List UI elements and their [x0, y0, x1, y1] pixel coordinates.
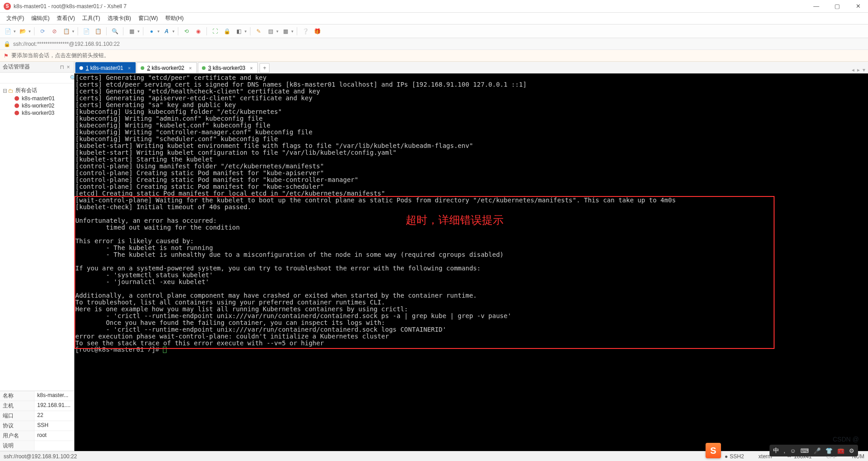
maximize-button[interactable]: ▢ — [831, 3, 843, 10]
highlight-icon[interactable]: ✎ — [254, 26, 264, 36]
panel-search: 🔍 — [0, 73, 74, 83]
prompt-text: [root@k8s-master01 /]# — [75, 346, 163, 353]
tab-num: 1 — [86, 65, 89, 71]
prop-row: 名称k8s-master... — [0, 391, 74, 401]
cursor — [163, 347, 167, 353]
menu-bar: 文件(F) 编辑(E) 查看(V) 工具(T) 选项卡(B) 窗口(W) 帮助(… — [0, 13, 868, 25]
separator — [34, 27, 34, 35]
tab-num: 2 — [147, 65, 150, 71]
menu-file[interactable]: 文件(F) — [4, 14, 27, 23]
status-dot-icon — [202, 66, 206, 70]
prop-val: k8s-master... — [34, 391, 74, 401]
lock-icon[interactable]: 🔒 — [222, 26, 232, 36]
ime-voice-icon[interactable]: 🎤 — [814, 447, 821, 454]
center-column: 1 k8s-master01 × 2 k8s-worker02 × 3 k8s-… — [74, 62, 868, 451]
tree-item[interactable]: k8s-master01 — [2, 95, 72, 102]
tab-close-icon[interactable]: × — [189, 65, 191, 71]
prop-row: 主机192.168.91.... — [0, 401, 74, 411]
menu-tools[interactable]: 工具(T) — [79, 14, 103, 23]
tab-session-1[interactable]: 1 k8s-master01 × — [75, 62, 136, 73]
separator — [143, 27, 143, 35]
compose-icon[interactable]: ▤ — [265, 26, 275, 36]
panel-close-icon[interactable]: × — [65, 64, 71, 70]
xagent-icon[interactable]: ⟲ — [181, 26, 191, 36]
properties-icon[interactable]: 📋 — [61, 26, 71, 36]
prop-key: 说明 — [0, 441, 34, 451]
tab-close-icon[interactable]: × — [128, 65, 131, 71]
xftp-icon[interactable]: ◉ — [193, 26, 203, 36]
app-icon: S — [4, 3, 11, 10]
separator — [106, 27, 107, 35]
search-input[interactable] — [2, 75, 70, 81]
tree-root[interactable]: ⊟ 🗀 所有会话 — [2, 86, 72, 95]
search-icon[interactable]: 🔍 — [110, 26, 120, 36]
separator — [297, 27, 297, 35]
tab-nav: ◂ ▸ ▾ — [852, 67, 868, 73]
menu-help[interactable]: 帮助(H) — [162, 14, 186, 23]
ime-keyboard-icon[interactable]: ⌨ — [800, 447, 809, 454]
address-bar[interactable]: 🔒 ssh://root:***************@192.168.91.… — [0, 38, 868, 50]
layout-icon[interactable]: ▦ — [280, 26, 290, 36]
disconnect-icon[interactable]: ⊘ — [49, 26, 59, 36]
prop-key: 协议 — [0, 421, 34, 431]
tile-icon[interactable]: ▦ — [127, 26, 137, 36]
ime-punct-icon[interactable]: , — [784, 447, 785, 454]
help-icon[interactable]: ❔ — [300, 26, 310, 36]
prop-key: 端口 — [0, 411, 34, 421]
reconnect-icon[interactable]: ⟳ — [38, 26, 48, 36]
ime-lang[interactable]: 中 — [773, 446, 779, 455]
ime-indicator[interactable]: S — [706, 443, 721, 458]
tab-session-2[interactable]: 2 k8s-worker02 × — [137, 62, 197, 73]
tab-prev-icon[interactable]: ◂ — [852, 67, 854, 73]
transparent-icon[interactable]: ◧ — [234, 26, 244, 36]
terminal[interactable]: [certs] Generating "etcd/peer" certifica… — [74, 74, 868, 451]
lock-icon: 🔒 — [4, 41, 10, 47]
tab-add-button[interactable]: + — [260, 63, 270, 73]
status-dot-icon — [79, 66, 83, 70]
menu-view[interactable]: 查看(V) — [54, 14, 78, 23]
prop-val: 22 — [34, 411, 74, 421]
tab-session-3[interactable]: 3 k8s-worker03 × — [198, 62, 258, 73]
new-session-icon[interactable]: 📄 — [3, 26, 13, 36]
property-grid: 名称k8s-master... 主机192.168.91.... 端口22 协议… — [0, 391, 74, 451]
minimize-button[interactable]: — — [810, 3, 823, 10]
ime-toolbar[interactable]: 中 , ☺ ⌨ 🎤 👕 🧰 ⚙ — [770, 445, 858, 456]
tab-label: k8s-master01 — [90, 65, 123, 71]
status-ssh: ●SSH2 — [725, 453, 744, 460]
ime-settings-icon[interactable]: ⚙ — [849, 447, 854, 454]
color-icon[interactable]: ● — [147, 26, 157, 36]
tab-label: k8s-worker02 — [152, 65, 184, 71]
tip-text: 要添加当前会话，点击左侧的箭头按钮。 — [11, 52, 109, 59]
gift-icon[interactable]: 🎁 — [312, 26, 322, 36]
ime-skin-icon[interactable]: 👕 — [825, 447, 833, 454]
expand-icon[interactable]: ⊟ — [3, 88, 8, 94]
tree-item[interactable]: k8s-worker02 — [2, 102, 72, 109]
pin-icon[interactable]: ⊓ — [59, 64, 65, 70]
status-bar: ssh://root@192.168.91.100:22 ●SSH2 xterm… — [0, 451, 868, 461]
tab-next-icon[interactable]: ▸ — [857, 67, 860, 73]
separator — [206, 27, 207, 35]
tab-close-icon[interactable]: × — [250, 65, 253, 71]
toolbar: 📄▾ 📂▾ ⟳ ⊘ 📋▾ 📄 📋 🔍 ▦▾ ●▾ A▾ ⟲ ◉ ⛶ 🔒 ◧▾ ✎… — [0, 25, 868, 38]
open-session-icon[interactable]: 📂 — [18, 26, 28, 36]
menu-edit[interactable]: 编辑(E) — [29, 14, 52, 23]
menu-window[interactable]: 窗口(W) — [136, 14, 161, 23]
close-button[interactable]: ✕ — [852, 3, 864, 10]
tree-item-label: k8s-master01 — [22, 95, 55, 102]
annotation-text: 超时，详细错误提示 — [406, 216, 504, 223]
fullscreen-icon[interactable]: ⛶ — [210, 26, 220, 36]
copy-icon[interactable]: 📄 — [81, 26, 91, 36]
menu-tabs[interactable]: 选项卡(B) — [105, 14, 134, 23]
main-area: 会话管理器 ⊓ × 🔍 ⊟ 🗀 所有会话 k8s-master01 k8s-wo… — [0, 62, 868, 451]
tab-list-icon[interactable]: ▾ — [863, 67, 865, 73]
ime-emoji-icon[interactable]: ☺ — [790, 447, 796, 454]
tip-bar: ⚑ 要添加当前会话，点击左侧的箭头按钮。 — [0, 50, 868, 62]
font-icon[interactable]: A — [162, 26, 172, 36]
tree-item-label: k8s-worker03 — [22, 110, 54, 116]
prop-val — [34, 441, 74, 451]
prop-val: root — [34, 431, 74, 441]
tree-item[interactable]: k8s-worker03 — [2, 109, 72, 117]
ime-toolbox-icon[interactable]: 🧰 — [837, 447, 844, 454]
paste-icon[interactable]: 📋 — [93, 26, 103, 36]
prop-row: 说明 — [0, 441, 74, 451]
